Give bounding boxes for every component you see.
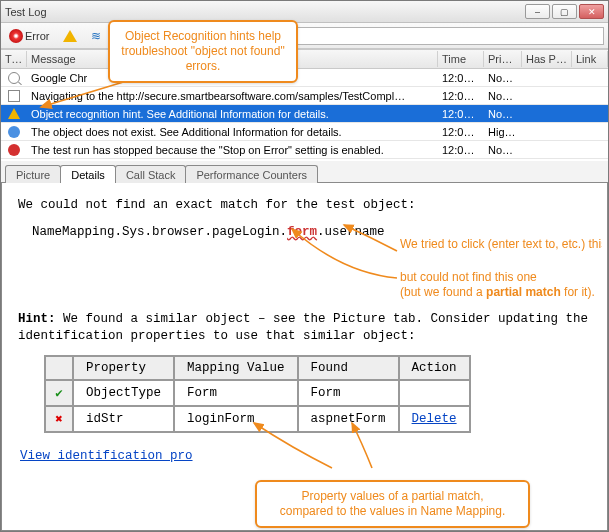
close-button[interactable]: ✕ [579, 4, 604, 19]
table-row[interactable]: The object does not exist. See Additiona… [1, 123, 608, 141]
namemap-missing: form [287, 225, 317, 239]
tab-performance-counters[interactable]: Performance Counters [185, 165, 318, 183]
col-link[interactable]: Link [572, 51, 608, 67]
row-time: 12:0… [438, 107, 484, 121]
property-row: ✖idStrloginFormaspnetFormDelete [45, 406, 470, 432]
row-priority: No… [484, 143, 522, 157]
properties-table: PropertyMapping ValueFoundAction✔ObjectT… [44, 355, 471, 433]
row-time: 12:0… [438, 125, 484, 139]
warn-icon [8, 108, 20, 119]
row-priority: No… [484, 71, 522, 85]
col-type[interactable]: Type [1, 51, 27, 67]
window-title: Test Log [5, 6, 525, 18]
hint-paragraph: Hint: We found a similar object – see th… [18, 311, 591, 345]
details-line1: We could not find an exact match for the… [18, 197, 591, 214]
row-message: The test run has stopped because the "St… [27, 143, 438, 157]
test-log-window: Test Log – ▢ ✕ Error ≋ Event Type Messag… [0, 0, 609, 532]
minimize-button[interactable]: – [525, 4, 550, 19]
log-toolbar: Error ≋ Event [1, 23, 608, 49]
tab-details[interactable]: Details [60, 165, 116, 183]
table-row[interactable]: Object recognition hint. See Additional … [1, 105, 608, 123]
row-priority: Hig… [484, 125, 522, 139]
callout-top: Object Recognition hints help troublesho… [108, 20, 298, 83]
warning-icon [63, 30, 77, 42]
row-time: 12:0… [438, 71, 484, 85]
callout-bottom-a: Property values of a partial match, [301, 489, 483, 503]
anno-right3: (but we found a partial match for it). [400, 285, 595, 299]
check-ok-icon: ✔ [55, 387, 63, 401]
grid-header: Type Message Time Pri… Has Pi… Link [1, 49, 608, 69]
col-priority[interactable]: Pri… [484, 51, 522, 67]
doc-icon [8, 90, 20, 102]
grid-body: Google Chr12:0…No…Navigating to the http… [1, 69, 608, 159]
filter-error-label: Error [25, 30, 49, 42]
log-grid: Type Message Time Pri… Has Pi… Link Goog… [1, 49, 608, 159]
hint-label: Hint: [18, 312, 56, 326]
row-priority: No… [484, 89, 522, 103]
table-row[interactable]: The test run has stopped because the "St… [1, 141, 608, 159]
filter-warning[interactable] [59, 30, 81, 42]
callout-bottom-b: compared to the values in Name Mapping. [280, 504, 505, 518]
error-icon [9, 29, 23, 43]
namemap-path: NameMapping.Sys.browser.pageLogin.form.u… [32, 224, 591, 241]
col-time[interactable]: Time [438, 51, 484, 67]
anno-right2: but could not find this one [400, 270, 537, 284]
tab-call-stack[interactable]: Call Stack [115, 165, 187, 183]
table-row[interactable]: Navigating to the http://secure.smartbea… [1, 87, 608, 105]
delete-link[interactable]: Delete [412, 412, 457, 426]
th-mapping: Mapping Value [174, 356, 298, 380]
namemap-suffix: .username [317, 225, 385, 239]
view-identification-link[interactable]: View identification pro [20, 449, 193, 463]
row-priority: No… [484, 107, 522, 121]
row-time: 12:0… [438, 143, 484, 157]
maximize-button[interactable]: ▢ [552, 4, 577, 19]
table-row[interactable]: Google Chr12:0…No… [1, 69, 608, 87]
row-message: The object does not exist. See Additiona… [27, 125, 438, 139]
search-icon [8, 72, 20, 84]
details-tabs: PictureDetailsCall StackPerformance Coun… [1, 161, 608, 183]
row-message: Navigating to the http://secure.smartbea… [27, 89, 438, 103]
row-time: 12:0… [438, 89, 484, 103]
th-property: Property [73, 356, 174, 380]
info-icon [8, 126, 20, 138]
th-found: Found [298, 356, 399, 380]
hint-text: We found a similar object – see the Pict… [18, 312, 588, 343]
window-buttons: – ▢ ✕ [525, 4, 604, 19]
callout-top-text: Object Recognition hints help troublesho… [121, 29, 284, 73]
namemap-prefix: NameMapping.Sys.browser.pageLogin. [32, 225, 287, 239]
th-action: Action [399, 356, 470, 380]
row-message: Object recognition hint. See Additional … [27, 107, 438, 121]
property-row: ✔ObjectTypeFormForm [45, 380, 470, 406]
search-container [259, 27, 604, 45]
callout-bottom: Property values of a partial match, comp… [255, 480, 530, 528]
details-panel: We could not find an exact match for the… [1, 183, 608, 531]
filter-message[interactable]: ≋ [87, 30, 105, 42]
col-has-picture[interactable]: Has Pi… [522, 51, 572, 67]
check-fail-icon: ✖ [55, 413, 63, 427]
search-input[interactable] [259, 27, 604, 45]
titlebar: Test Log – ▢ ✕ [1, 1, 608, 23]
message-icon: ≋ [91, 30, 101, 42]
filter-error[interactable]: Error [5, 29, 53, 43]
tab-picture[interactable]: Picture [5, 165, 61, 183]
err-icon [8, 144, 20, 156]
